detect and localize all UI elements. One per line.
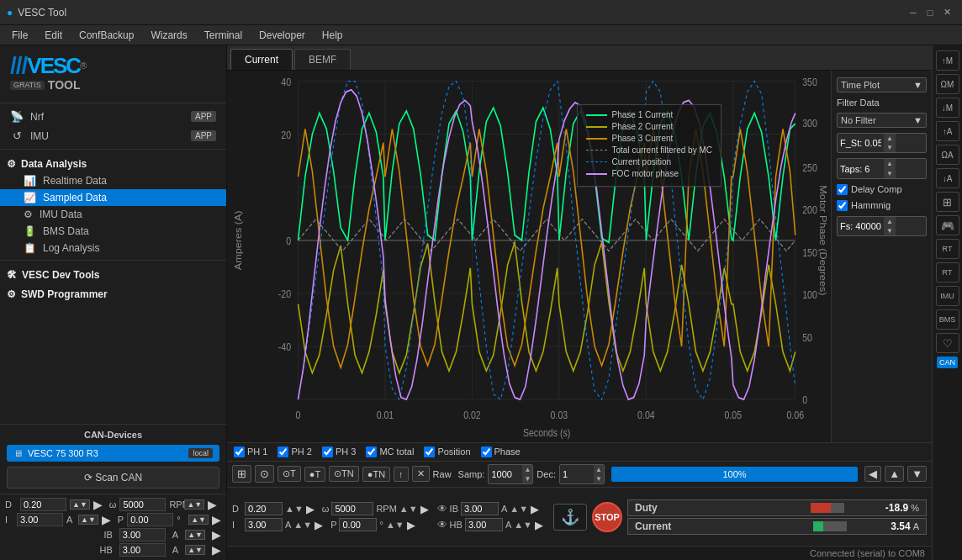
scan-can-button[interactable]: ⟳ Scan CAN <box>7 467 219 489</box>
cb-mc-total-input[interactable] <box>366 446 377 457</box>
ri-da-btn[interactable]: ↓A <box>936 168 959 188</box>
d-value-input[interactable] <box>20 498 66 511</box>
tb-btn-cancel[interactable]: ✕ <box>412 466 430 482</box>
tb-btn-1[interactable]: ⊞ <box>232 465 251 483</box>
plot-type-dropdown[interactable]: Time Plot ▼ <box>837 77 927 92</box>
p-play-btn[interactable]: ▶ <box>212 513 221 526</box>
bs-rpm-play[interactable]: ▶ <box>420 503 429 515</box>
bs-d-spin[interactable]: ▲▼ <box>285 504 304 514</box>
menu-confbackup[interactable]: ConfBackup <box>71 28 142 43</box>
sidebar-item-nrf[interactable]: 📡 Nrf APP <box>0 107 226 126</box>
tb-btn-tn1[interactable]: ⊙TN <box>329 466 359 482</box>
p-spin[interactable]: ▲▼ <box>188 515 209 525</box>
taps-input[interactable] <box>838 163 884 175</box>
sidebar-item-swdprogrammer[interactable]: ⚙ SWD Programmer <box>0 283 226 303</box>
samp-up-btn[interactable]: ▲ <box>522 465 532 474</box>
can-device-item[interactable]: 🖥 VESC 75 300 R3 local <box>7 445 219 462</box>
cb-mc-total[interactable]: MC total <box>366 446 414 457</box>
bs-d-input[interactable] <box>245 502 283 515</box>
samp-input[interactable] <box>489 468 522 480</box>
menu-file[interactable]: File <box>3 28 36 43</box>
menu-help[interactable]: Help <box>314 28 352 43</box>
d-play-btn[interactable]: ▶ <box>93 498 103 511</box>
ri-ta-btn[interactable]: ↑A <box>936 121 959 141</box>
bs-i-spin[interactable]: ▲▼ <box>293 520 312 530</box>
ri-oa-btn[interactable]: ΩA <box>936 145 959 165</box>
stop-button[interactable]: STOP <box>592 502 622 532</box>
menu-developer[interactable]: Developer <box>251 28 314 43</box>
bs-ib-input[interactable] <box>461 502 499 515</box>
i-value-input[interactable] <box>17 513 63 526</box>
ri-rt2-btn[interactable]: RT <box>936 262 959 283</box>
hb-spin[interactable]: ▲▼ <box>185 545 205 555</box>
fst-input[interactable] <box>838 137 884 149</box>
fst-spinner[interactable]: ▲ ▼ <box>837 133 927 153</box>
nav-up-btn[interactable]: ▲ <box>885 466 904 482</box>
ri-imu-btn[interactable]: IMU <box>936 286 959 306</box>
samp-spinner[interactable]: ▲ ▼ <box>488 464 533 484</box>
i-play-btn[interactable]: ▶ <box>102 513 111 526</box>
dec-up-btn[interactable]: ▲ <box>594 465 604 474</box>
ri-grid-btn[interactable]: ⊞ <box>936 192 959 212</box>
hamming-checkbox[interactable] <box>837 200 848 211</box>
ri-rt1-btn[interactable]: RT <box>936 239 959 259</box>
fs-up-btn[interactable]: ▲ <box>884 217 896 226</box>
fst-down-btn[interactable]: ▼ <box>884 143 896 152</box>
cb-phase-input[interactable] <box>481 446 492 457</box>
bs-hb-play2[interactable]: ▶ <box>535 519 543 531</box>
tab-bemf[interactable]: BEMF <box>294 49 351 70</box>
fst-up-btn[interactable]: ▲ <box>884 134 896 143</box>
hamming-check[interactable]: Hammnig <box>837 200 927 211</box>
filter-dropdown[interactable]: No Filter ▼ <box>837 113 927 128</box>
bs-rpm-spin[interactable]: ▲▼ <box>399 504 418 514</box>
d-spin[interactable]: ▲▼ <box>70 499 90 510</box>
bs-p-spin[interactable]: ▲▼ <box>386 520 404 530</box>
i-spin[interactable]: ▲▼ <box>78 515 98 525</box>
hb-value-input[interactable] <box>119 543 166 557</box>
bs-d-play[interactable]: ▶ <box>306 503 314 515</box>
close-button[interactable]: ✕ <box>938 4 955 21</box>
cb-phase[interactable]: Phase <box>481 446 521 457</box>
ib-play-btn[interactable]: ▶ <box>212 528 221 542</box>
bs-p-play[interactable]: ▶ <box>407 519 415 531</box>
cb-position-input[interactable] <box>424 446 435 457</box>
ri-m1-btn[interactable]: ↑M <box>936 50 959 71</box>
fs-spinner[interactable]: ▲ ▼ <box>837 216 927 236</box>
bs-ib-play2[interactable]: ▶ <box>531 503 539 515</box>
sidebar-item-bmsdata[interactable]: 🔋 BMS Data <box>0 223 226 240</box>
ri-m3-btn[interactable]: ↓M <box>936 98 959 118</box>
tb-btn-upload[interactable]: ↑ <box>394 467 409 482</box>
cb-ph2[interactable]: PH 2 <box>278 446 311 457</box>
dec-down-btn[interactable]: ▼ <box>594 474 604 483</box>
ib-spin[interactable]: ▲▼ <box>185 530 205 540</box>
sidebar-item-imudata[interactable]: ⚙ IMU Data <box>0 206 226 223</box>
menu-edit[interactable]: Edit <box>36 28 71 43</box>
anchor-button[interactable]: ⚓ <box>553 504 587 531</box>
sidebar-item-realtime[interactable]: 📊 Realtime Data <box>0 172 226 189</box>
rpm-spin[interactable]: ▲▼ <box>184 499 204 510</box>
bs-rpm-input[interactable] <box>331 502 373 515</box>
nav-down-btn[interactable]: ▼ <box>907 466 927 482</box>
menu-terminal[interactable]: Terminal <box>196 28 251 43</box>
bs-ib-spin2[interactable]: ▲▼ <box>510 504 528 514</box>
bs-hb-spin2[interactable]: ▲▼ <box>514 520 532 530</box>
taps-down-btn[interactable]: ▼ <box>884 169 896 178</box>
nav-prev-btn[interactable]: ◀ <box>864 466 881 482</box>
ri-ctrl-btn[interactable]: 🎮 <box>936 215 959 235</box>
taps-up-btn[interactable]: ▲ <box>884 159 896 168</box>
rpm-value-input[interactable] <box>119 498 166 511</box>
bs-hb-input[interactable] <box>465 518 503 531</box>
rpm-play-btn[interactable]: ▶ <box>208 498 217 511</box>
sidebar-item-loganalysis[interactable]: 📋 Log Analysis <box>0 240 226 256</box>
fs-input[interactable] <box>838 220 884 232</box>
ib-value-input[interactable] <box>119 528 166 542</box>
tb-btn-t2[interactable]: ●T <box>304 467 325 482</box>
cb-ph3-input[interactable] <box>322 446 333 457</box>
delay-comp-checkbox[interactable] <box>837 184 848 195</box>
tb-btn-t1[interactable]: ⊙T <box>278 466 301 482</box>
dec-spinner[interactable]: ▲ ▼ <box>559 464 605 484</box>
sidebar-item-vescdevtools[interactable]: 🛠 VESC Dev Tools <box>0 264 226 283</box>
samp-down-btn[interactable]: ▼ <box>522 474 532 483</box>
delay-comp-check[interactable]: Delay Comp <box>837 184 927 195</box>
tab-current[interactable]: Current <box>230 49 293 70</box>
